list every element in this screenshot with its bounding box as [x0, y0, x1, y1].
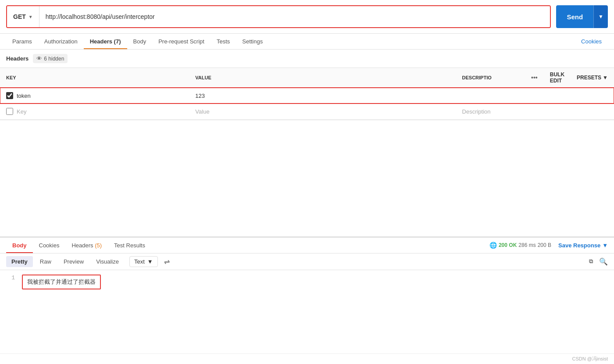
- line-number: 1: [6, 275, 15, 281]
- send-button[interactable]: Send: [556, 5, 593, 28]
- save-response-button[interactable]: Save Response ▼: [558, 242, 608, 249]
- col-value-header: VALUE: [189, 68, 456, 88]
- format-pretty-button[interactable]: Pretty: [6, 256, 33, 267]
- format-bar: Pretty Raw Preview Visualize Text ▼ ⇌ ⧉ …: [0, 253, 614, 270]
- headers-table: KEY VALUE DESCRIPTIO ••• Bulk Edit: [0, 68, 614, 120]
- status-size: 200 B: [538, 242, 551, 248]
- table-row: token 123: [0, 88, 614, 104]
- hidden-count: 6 hidden: [44, 56, 64, 62]
- value-cell: 123: [189, 88, 456, 103]
- text-type-select[interactable]: Text ▼: [129, 256, 158, 267]
- col-presets-header[interactable]: Presets ▼: [571, 68, 614, 88]
- response-area: Body Cookies Headers (5) Test Results 🌐 …: [0, 236, 614, 354]
- headers-title-row: Headers 👁 6 hidden: [0, 50, 614, 68]
- method-select[interactable]: GET ▼: [7, 6, 39, 27]
- presets-chevron-icon: ▼: [603, 75, 608, 81]
- tab-pre-request-script[interactable]: Pre-request Script: [152, 34, 211, 49]
- resp-headers-label: Headers: [71, 242, 95, 249]
- table-row-empty: Key Value Description: [0, 103, 614, 120]
- tab-authorization[interactable]: Authorization: [38, 34, 84, 49]
- url-bar: GET ▼ Send ▼: [0, 0, 614, 34]
- empty-desc-cell: Description: [456, 104, 525, 119]
- headers-section: Headers 👁 6 hidden KEY VALUE DESCRIPTIO: [0, 50, 614, 120]
- presets-label: Presets ▼: [577, 75, 608, 81]
- format-visualize-button[interactable]: Visualize: [91, 256, 124, 267]
- url-input-wrapper: GET ▼: [6, 5, 551, 28]
- resp-tab-headers[interactable]: Headers (5): [65, 238, 108, 253]
- col-dots-header: •••: [525, 68, 544, 88]
- code-area: 1 我被拦截了并通过了拦截器: [0, 270, 614, 354]
- tab-params[interactable]: Params: [6, 34, 38, 49]
- tab-headers[interactable]: Headers (7): [84, 34, 127, 49]
- status-time: 286 ms: [518, 242, 535, 248]
- col-key-header: KEY: [0, 68, 189, 88]
- method-chevron-icon: ▼: [29, 14, 33, 19]
- key-placeholder: Key: [17, 108, 26, 115]
- resp-tab-body[interactable]: Body: [6, 238, 33, 253]
- value-text: 123: [195, 93, 205, 99]
- globe-icon: 🌐: [489, 242, 497, 249]
- value-placeholder: Value: [195, 108, 209, 115]
- tab-body[interactable]: Body: [127, 34, 153, 49]
- status-code: 200 OK: [499, 242, 517, 248]
- table-header-row: KEY VALUE DESCRIPTIO ••• Bulk Edit: [0, 68, 614, 88]
- col-bulk-edit-header[interactable]: Bulk Edit: [544, 68, 571, 88]
- empty-value-cell: Value: [189, 104, 456, 119]
- text-chevron-icon: ▼: [147, 258, 153, 265]
- desc-cell: [456, 91, 525, 100]
- footer-text: CSDN @冯insist: [572, 356, 608, 361]
- resp-tab-cookies[interactable]: Cookies: [33, 238, 66, 253]
- resp-tab-test-results[interactable]: Test Results: [108, 238, 151, 253]
- headers-title: Headers: [6, 55, 29, 62]
- dots-icon: •••: [531, 74, 538, 81]
- copy-icon[interactable]: ⧉: [589, 258, 593, 265]
- key-text: token: [17, 93, 31, 99]
- empty-space: [0, 120, 614, 236]
- wrap-icon[interactable]: ⇌: [164, 257, 170, 266]
- save-response-chevron-icon: ▼: [602, 242, 608, 249]
- tab-tests[interactable]: Tests: [211, 34, 236, 49]
- resp-headers-count: (5): [95, 242, 102, 249]
- method-label: GET: [13, 13, 26, 20]
- send-btn-wrapper: Send ▼: [556, 5, 608, 28]
- footer: CSDN @冯insist: [0, 353, 614, 364]
- response-tabs-bar: Body Cookies Headers (5) Test Results 🌐 …: [0, 238, 614, 253]
- eye-icon: 👁: [36, 55, 42, 62]
- tab-cookies[interactable]: Cookies: [575, 34, 608, 49]
- format-preview-button[interactable]: Preview: [58, 256, 89, 267]
- row-checkbox[interactable]: [6, 92, 13, 99]
- empty-key-cell: Key: [0, 103, 189, 119]
- empty-row-checkbox[interactable]: [6, 108, 13, 115]
- desc-placeholder: Description: [462, 108, 491, 115]
- search-response-icon[interactable]: 🔍: [599, 257, 608, 266]
- key-cell: token: [0, 88, 189, 103]
- text-type-label: Text: [134, 258, 145, 265]
- send-dropdown-button[interactable]: ▼: [593, 5, 608, 28]
- resp-status-area: 🌐 200 OK 286 ms 200 B Save Response ▼: [489, 242, 608, 249]
- format-raw-button[interactable]: Raw: [35, 256, 57, 267]
- col-desc-header: DESCRIPTIO: [456, 68, 525, 88]
- code-content: 1 我被拦截了并通过了拦截器: [6, 275, 608, 289]
- code-line-text: 我被拦截了并通过了拦截器: [22, 275, 101, 289]
- request-tabs-bar: Params Authorization Headers (7) Body Pr…: [0, 34, 614, 50]
- hidden-headers-badge[interactable]: 👁 6 hidden: [33, 54, 68, 63]
- url-input[interactable]: [39, 6, 550, 27]
- tab-settings[interactable]: Settings: [236, 34, 269, 49]
